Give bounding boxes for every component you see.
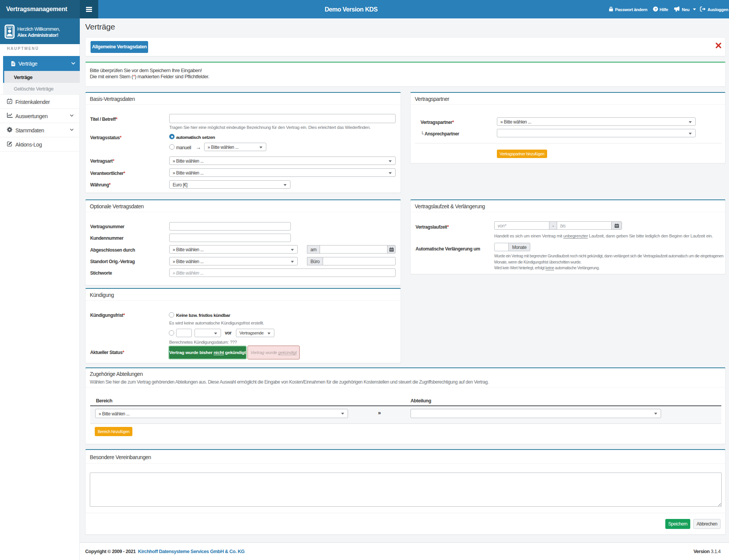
svg-text:?: ? [655,7,656,11]
